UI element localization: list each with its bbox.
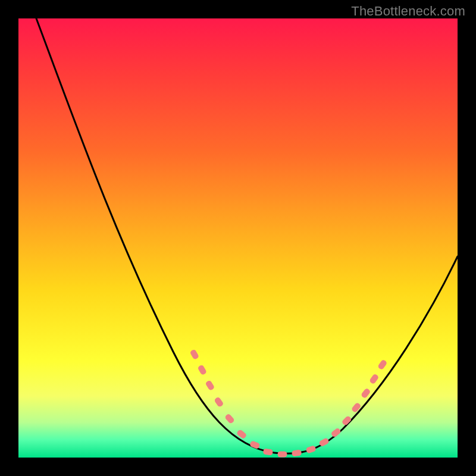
- svg-rect-6: [250, 441, 260, 449]
- highlight-dots-group: [190, 349, 387, 457]
- svg-rect-8: [278, 452, 287, 457]
- svg-rect-2: [205, 380, 215, 390]
- svg-rect-7: [263, 449, 273, 455]
- bottleneck-curve-path: [36, 18, 458, 453]
- svg-rect-3: [214, 397, 224, 407]
- svg-rect-10: [306, 446, 316, 453]
- svg-rect-15: [361, 388, 371, 398]
- svg-rect-0: [190, 349, 199, 359]
- plot-area: [18, 18, 458, 458]
- svg-rect-12: [331, 428, 341, 437]
- svg-rect-4: [225, 414, 235, 424]
- svg-rect-9: [292, 450, 302, 456]
- svg-rect-16: [369, 374, 379, 384]
- chart-svg: [18, 18, 458, 458]
- svg-rect-1: [198, 365, 206, 375]
- svg-rect-17: [378, 359, 387, 369]
- watermark-text: TheBottleneck.com: [351, 4, 465, 19]
- svg-rect-13: [342, 416, 352, 426]
- chart-frame: TheBottleneck.com: [0, 0, 476, 476]
